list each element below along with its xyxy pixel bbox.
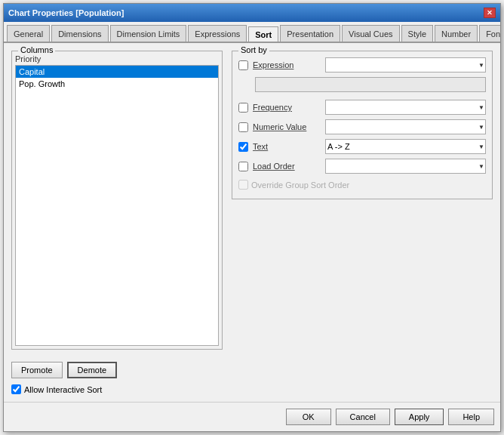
expression-dropdown[interactable]	[325, 57, 486, 72]
promote-demote-row: Promote Demote	[11, 362, 223, 378]
sort-text-row: Text A -> Z Z -> A	[238, 139, 486, 154]
frequency-label: Frequency	[253, 103, 321, 112]
tab-dimension-limits[interactable]: Dimension Limits	[110, 25, 187, 42]
cancel-button[interactable]: Cancel	[336, 409, 390, 425]
priority-list[interactable]: Capital Pop. Growth	[15, 65, 219, 346]
sort-by-group: Sort by Expression	[232, 51, 493, 199]
override-group-sort-label: Override Group Sort Order	[251, 180, 349, 190]
expression-checkbox[interactable]	[238, 60, 248, 70]
dialog: Chart Properties [Population] ✕ General …	[3, 3, 501, 432]
tabs-row: General Dimensions Dimension Limits Expr…	[4, 22, 500, 43]
tab-font[interactable]: Font	[479, 25, 500, 42]
sort-frequency-row: Frequency	[238, 100, 486, 115]
tab-style[interactable]: Style	[401, 25, 433, 42]
sort-numeric-row: Numeric Value	[238, 119, 486, 134]
expression-label: Expression	[253, 60, 321, 69]
numeric-value-checkbox[interactable]	[238, 122, 248, 132]
list-item[interactable]: Capital	[16, 66, 218, 78]
demote-button[interactable]: Demote	[67, 362, 118, 378]
tab-visual-cues[interactable]: Visual Cues	[342, 25, 400, 42]
tab-dimensions[interactable]: Dimensions	[51, 25, 108, 42]
frequency-checkbox[interactable]	[238, 103, 248, 113]
allow-interactive-sort-checkbox[interactable]	[11, 384, 21, 394]
text-label: Text	[253, 142, 321, 151]
promote-button[interactable]: Promote	[11, 362, 63, 378]
override-group-sort-row: Override Group Sort Order	[238, 180, 486, 190]
title-bar-buttons: ✕	[484, 8, 496, 18]
left-panel: Columns Priority Capital Pop. Growth Pro…	[11, 51, 223, 394]
sort-by-label: Sort by	[238, 45, 269, 54]
expression-textbox[interactable]	[255, 77, 486, 92]
expression-textbox-row	[238, 77, 486, 95]
columns-group: Columns Priority Capital Pop. Growth	[11, 51, 223, 350]
sort-expression-row: Expression	[238, 57, 486, 72]
dialog-footer: OK Cancel Apply Help	[4, 402, 500, 431]
right-panel: Sort by Expression	[232, 51, 493, 394]
numeric-value-dropdown[interactable]	[325, 119, 486, 134]
priority-label: Priority	[15, 54, 219, 63]
allow-interactive-sort-label: Allow Interactive Sort	[24, 385, 102, 394]
override-group-sort-checkbox[interactable]	[238, 180, 248, 190]
text-dropdown[interactable]: A -> Z Z -> A	[325, 139, 486, 154]
text-dropdown-wrapper: A -> Z Z -> A	[325, 139, 486, 154]
close-button[interactable]: ✕	[484, 8, 496, 18]
dialog-title: Chart Properties [Population]	[8, 8, 124, 17]
tab-number[interactable]: Number	[435, 25, 478, 42]
load-order-label: Load Order	[253, 162, 321, 171]
tab-expressions[interactable]: Expressions	[188, 25, 247, 42]
sort-load-order-row: Load Order	[238, 159, 486, 174]
tab-sort[interactable]: Sort	[248, 26, 278, 43]
expression-dropdown-wrapper	[325, 57, 486, 72]
numeric-value-label: Numeric Value	[253, 122, 321, 131]
apply-button[interactable]: Apply	[395, 409, 444, 425]
help-button[interactable]: Help	[448, 409, 494, 425]
list-item[interactable]: Pop. Growth	[16, 78, 218, 90]
frequency-dropdown-wrapper	[325, 100, 486, 115]
tab-general[interactable]: General	[7, 25, 50, 42]
ok-button[interactable]: OK	[286, 409, 331, 425]
numeric-value-dropdown-wrapper	[325, 119, 486, 134]
main-area: Columns Priority Capital Pop. Growth Pro…	[11, 51, 493, 394]
text-checkbox[interactable]	[238, 142, 248, 152]
tab-presentation[interactable]: Presentation	[280, 25, 340, 42]
load-order-dropdown-wrapper	[325, 159, 486, 174]
allow-interactive-sort-row: Allow Interactive Sort	[11, 384, 223, 394]
title-bar: Chart Properties [Population] ✕	[4, 4, 500, 22]
content-area: Columns Priority Capital Pop. Growth Pro…	[4, 43, 500, 402]
load-order-checkbox[interactable]	[238, 162, 248, 171]
load-order-dropdown[interactable]	[325, 159, 486, 174]
columns-label: Columns	[18, 45, 55, 54]
frequency-dropdown[interactable]	[325, 100, 486, 115]
